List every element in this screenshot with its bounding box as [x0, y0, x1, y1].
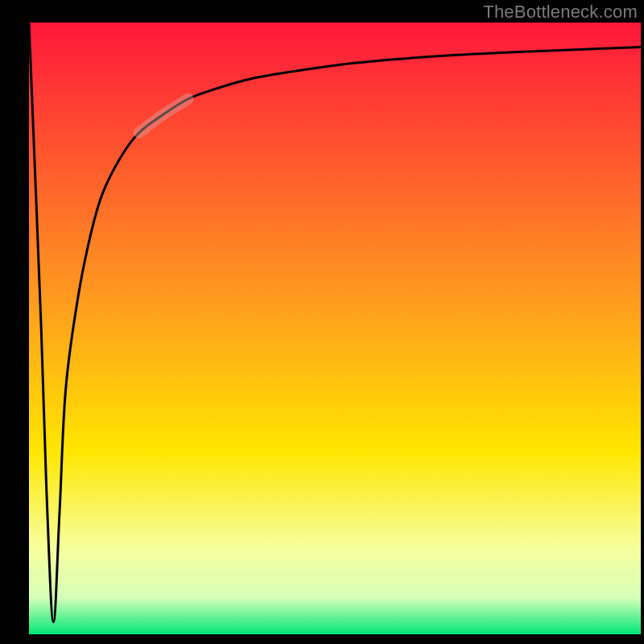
- chart-frame: TheBottleneck.com: [0, 0, 644, 644]
- bottleneck-chart: [0, 0, 644, 644]
- plot-background: [29, 23, 641, 634]
- attribution-text: TheBottleneck.com: [483, 2, 638, 23]
